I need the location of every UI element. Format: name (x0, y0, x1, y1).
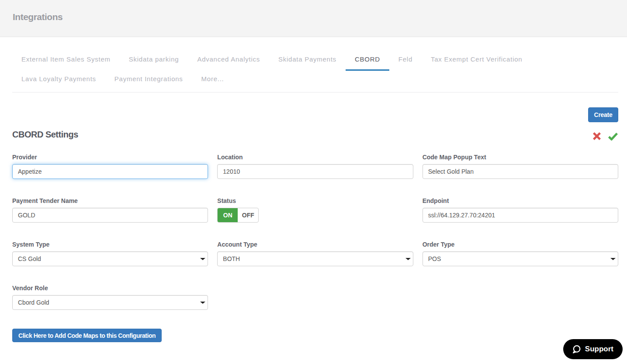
account-type-select[interactable]: BOTH (217, 251, 413, 266)
order-type-label: Order Type (423, 240, 618, 249)
location-field: Location (217, 153, 413, 179)
order-type-field: Order Type POS (423, 240, 618, 266)
payment-tender-name-field: Payment Tender Name (12, 196, 208, 223)
section-title: CBORD Settings (12, 129, 593, 140)
tab-cbord[interactable]: CBORD (346, 51, 389, 71)
tab-lava-loyalty-payments[interactable]: Lava Loyalty Payments (12, 71, 105, 90)
tab-tax-exempt-cert-verification[interactable]: Tax Exempt Cert Verification (422, 51, 531, 71)
cancel-button[interactable] (593, 132, 601, 141)
vendor-role-label: Vendor Role (12, 284, 208, 292)
account-type-label: Account Type (217, 240, 413, 249)
tab-skidata-payments[interactable]: Skidata Payments (269, 51, 346, 71)
tab-feld[interactable]: Feld (389, 51, 422, 71)
vendor-role-field: Vendor Role Cbord Gold (12, 284, 208, 310)
status-on-option[interactable]: ON (218, 208, 238, 222)
tab-skidata-parking[interactable]: Skidata parking (120, 51, 188, 71)
endpoint-label: Endpoint (423, 196, 618, 205)
check-icon (608, 132, 618, 141)
order-type-select[interactable]: POS (423, 251, 618, 266)
status-field: Status ON OFF (217, 196, 413, 223)
status-label: Status (217, 196, 413, 205)
support-launcher[interactable]: Support (563, 339, 623, 359)
section-actions (593, 132, 618, 141)
page-header: Integrations (0, 0, 627, 37)
account-type-field: Account Type BOTH (217, 240, 413, 266)
create-row: Create (12, 107, 618, 122)
provider-input[interactable] (12, 164, 208, 179)
create-button[interactable]: Create (588, 107, 618, 122)
tab-more[interactable]: More... (192, 71, 233, 90)
cbord-settings-form: Provider Location Code Map Popup Text Pa… (12, 153, 618, 310)
system-type-field: System Type CS Gold (12, 240, 208, 266)
vendor-role-select[interactable]: Cbord Gold (12, 295, 208, 310)
support-label: Support (585, 345, 613, 354)
provider-field: Provider (12, 153, 208, 179)
tab-bar: External Item Sales System Skidata parki… (12, 51, 618, 93)
tab-external-item-sales-system[interactable]: External Item Sales System (12, 51, 120, 71)
page-title: Integrations (0, 0, 627, 22)
endpoint-field: Endpoint (423, 196, 618, 223)
status-toggle[interactable]: ON OFF (217, 208, 259, 223)
code-map-popup-text-field: Code Map Popup Text (423, 153, 618, 179)
code-map-popup-text-input[interactable] (423, 164, 618, 179)
location-input[interactable] (217, 164, 413, 179)
confirm-button[interactable] (608, 132, 618, 141)
x-icon (593, 132, 601, 140)
status-off-option[interactable]: OFF (238, 208, 258, 222)
add-code-maps-button[interactable]: Click Here to Add Code Maps to this Conf… (12, 329, 162, 342)
system-type-select[interactable]: CS Gold (12, 251, 208, 266)
provider-label: Provider (12, 153, 208, 161)
tab-advanced-analytics[interactable]: Advanced Analytics (188, 51, 269, 71)
system-type-label: System Type (12, 240, 208, 249)
integrations-content: External Item Sales System Skidata parki… (0, 51, 627, 342)
location-label: Location (217, 153, 413, 161)
chat-bubble-icon (572, 345, 581, 354)
endpoint-input[interactable] (423, 208, 618, 223)
code-map-popup-text-label: Code Map Popup Text (423, 153, 618, 161)
payment-tender-name-label: Payment Tender Name (12, 196, 208, 205)
tab-payment-integrations[interactable]: Payment Integrations (105, 71, 192, 90)
section-head: CBORD Settings (12, 129, 618, 141)
payment-tender-name-input[interactable] (12, 208, 208, 223)
